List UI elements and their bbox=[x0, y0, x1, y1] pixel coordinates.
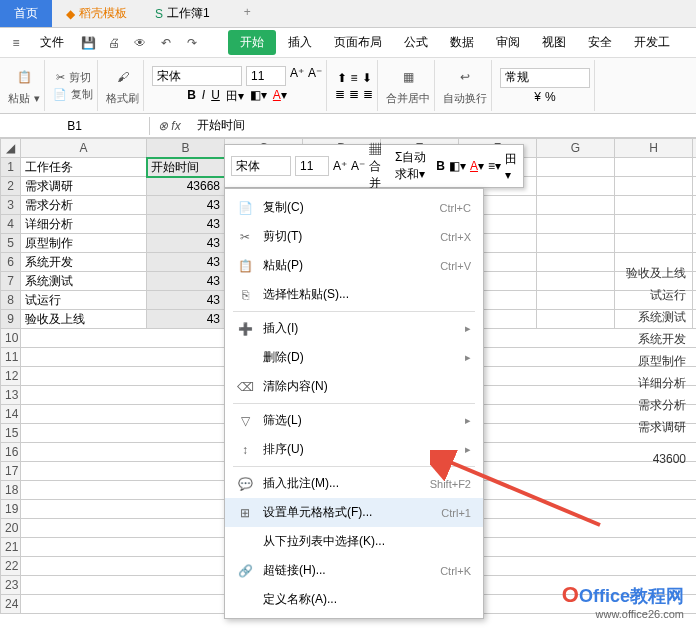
cell[interactable]: 43 bbox=[147, 215, 225, 234]
copy-button[interactable]: 📄 复制 bbox=[53, 87, 93, 102]
formula-input[interactable]: 开始时间 bbox=[189, 115, 696, 136]
merge-group[interactable]: ▦ 合并居中 bbox=[382, 60, 435, 111]
row-12[interactable]: 12 bbox=[1, 367, 21, 386]
mini-align-dropdown[interactable]: ≡▾ bbox=[488, 159, 501, 173]
ribbon-dev[interactable]: 开发工 bbox=[624, 30, 680, 55]
cell[interactable]: 需求调研 bbox=[21, 177, 147, 196]
italic-button[interactable]: I bbox=[202, 88, 205, 105]
cell[interactable] bbox=[537, 215, 615, 234]
ribbon-insert[interactable]: 插入 bbox=[278, 30, 322, 55]
cell[interactable] bbox=[615, 177, 693, 196]
ribbon-formula[interactable]: 公式 bbox=[394, 30, 438, 55]
cell[interactable] bbox=[693, 215, 697, 234]
row-2[interactable]: 2 bbox=[1, 177, 21, 196]
cell[interactable] bbox=[693, 253, 697, 272]
cell[interactable] bbox=[537, 196, 615, 215]
cm-format-cells[interactable]: ⊞设置单元格格式(F)...Ctrl+1 bbox=[225, 498, 483, 527]
mini-color-dropdown[interactable]: A▾ bbox=[470, 159, 484, 173]
align-right-icon[interactable]: ≣ bbox=[363, 87, 373, 101]
cell[interactable] bbox=[693, 158, 697, 177]
undo-icon[interactable]: ↶ bbox=[154, 31, 178, 55]
cm-delete[interactable]: 删除(D)▸ bbox=[225, 343, 483, 372]
cell[interactable] bbox=[537, 158, 615, 177]
cut-button[interactable]: ✂ 剪切 bbox=[56, 70, 91, 85]
mini-fill-dropdown[interactable]: ◧▾ bbox=[449, 159, 466, 173]
row-21[interactable]: 21 bbox=[1, 538, 21, 557]
row-10[interactable]: 10 bbox=[1, 329, 21, 348]
cm-paste[interactable]: 📋粘贴(P)Ctrl+V bbox=[225, 251, 483, 280]
cell[interactable] bbox=[537, 177, 615, 196]
cm-filter[interactable]: ▽筛选(L)▸ bbox=[225, 406, 483, 435]
font-size-dropdown[interactable]: 11 bbox=[246, 66, 286, 86]
cell[interactable] bbox=[693, 272, 697, 291]
preview-icon[interactable]: 👁 bbox=[128, 31, 152, 55]
wrap-group[interactable]: ↩ 自动换行 bbox=[439, 60, 492, 111]
ribbon-review[interactable]: 审阅 bbox=[486, 30, 530, 55]
row-14[interactable]: 14 bbox=[1, 405, 21, 424]
bold-button[interactable]: B bbox=[187, 88, 196, 105]
cell[interactable]: 系统开发 bbox=[21, 253, 147, 272]
cell[interactable]: 43668 bbox=[147, 177, 225, 196]
ribbon-view[interactable]: 视图 bbox=[532, 30, 576, 55]
mini-font-dec-icon[interactable]: A⁻ bbox=[351, 159, 365, 173]
cell[interactable] bbox=[693, 196, 697, 215]
row-6[interactable]: 6 bbox=[1, 253, 21, 272]
cell[interactable]: 验收及上线 bbox=[21, 310, 147, 329]
redo-icon[interactable]: ↷ bbox=[180, 31, 204, 55]
cell[interactable] bbox=[693, 291, 697, 310]
tab-workbook[interactable]: S工作簿1 bbox=[141, 0, 224, 27]
format-painter[interactable]: 🖌 格式刷 bbox=[102, 60, 144, 111]
col-B[interactable]: B bbox=[147, 139, 225, 158]
row-20[interactable]: 20 bbox=[1, 519, 21, 538]
fx-icon[interactable]: ⊗ fx bbox=[150, 117, 189, 135]
mini-border-dropdown[interactable]: 田▾ bbox=[505, 151, 517, 182]
cell[interactable]: 原型制作 bbox=[21, 234, 147, 253]
cm-hyperlink[interactable]: 🔗超链接(H)...Ctrl+K bbox=[225, 556, 483, 585]
cm-clear[interactable]: ⌫清除内容(N) bbox=[225, 372, 483, 401]
cell[interactable]: 43 bbox=[147, 234, 225, 253]
row-23[interactable]: 23 bbox=[1, 576, 21, 595]
mini-sum-button[interactable]: Σ自动求和▾ bbox=[395, 149, 432, 183]
cm-cut[interactable]: ✂剪切(T)Ctrl+X bbox=[225, 222, 483, 251]
row-7[interactable]: 7 bbox=[1, 272, 21, 291]
row-1[interactable]: 1 bbox=[1, 158, 21, 177]
cell[interactable] bbox=[537, 234, 615, 253]
cell[interactable] bbox=[537, 272, 615, 291]
row-16[interactable]: 16 bbox=[1, 443, 21, 462]
col-G[interactable]: G bbox=[537, 139, 615, 158]
currency-icon[interactable]: ¥ bbox=[534, 90, 541, 104]
cell[interactable]: 试运行 bbox=[21, 291, 147, 310]
ribbon-start[interactable]: 开始 bbox=[228, 30, 276, 55]
cell[interactable] bbox=[615, 196, 693, 215]
cm-paste-special[interactable]: ⎘选择性粘贴(S)... bbox=[225, 280, 483, 309]
mini-font-inc-icon[interactable]: A⁺ bbox=[333, 159, 347, 173]
name-box[interactable]: B1 bbox=[0, 117, 150, 135]
fill-dropdown[interactable]: ◧▾ bbox=[250, 88, 267, 105]
paste-icon[interactable]: 📋 bbox=[12, 65, 36, 89]
percent-icon[interactable]: % bbox=[545, 90, 556, 104]
cell[interactable]: 43 bbox=[147, 196, 225, 215]
cell[interactable]: 详细分析 bbox=[21, 215, 147, 234]
row-5[interactable]: 5 bbox=[1, 234, 21, 253]
row-19[interactable]: 19 bbox=[1, 500, 21, 519]
mini-font-dropdown[interactable]: 宋体 bbox=[231, 156, 291, 176]
ribbon-security[interactable]: 安全 bbox=[578, 30, 622, 55]
row-15[interactable]: 15 bbox=[1, 424, 21, 443]
cell[interactable] bbox=[615, 215, 693, 234]
number-format-dropdown[interactable]: 常规 bbox=[500, 68, 590, 88]
row-3[interactable]: 3 bbox=[1, 196, 21, 215]
cell[interactable]: 开始时间 bbox=[147, 158, 225, 177]
row-24[interactable]: 24 bbox=[1, 595, 21, 614]
mini-merge-button[interactable]: ▦合并 bbox=[369, 141, 391, 192]
cell[interactable] bbox=[615, 234, 693, 253]
font-decrease-icon[interactable]: A⁻ bbox=[308, 66, 322, 86]
cell[interactable]: 需求分析 bbox=[21, 196, 147, 215]
cell[interactable]: 43 bbox=[147, 253, 225, 272]
cell[interactable]: 43 bbox=[147, 272, 225, 291]
col-I[interactable]: I bbox=[693, 139, 697, 158]
row-9[interactable]: 9 bbox=[1, 310, 21, 329]
col-A[interactable]: A bbox=[21, 139, 147, 158]
cm-comment[interactable]: 💬插入批注(M)...Shift+F2 bbox=[225, 469, 483, 498]
cell[interactable] bbox=[693, 177, 697, 196]
cell[interactable]: 43 bbox=[147, 310, 225, 329]
